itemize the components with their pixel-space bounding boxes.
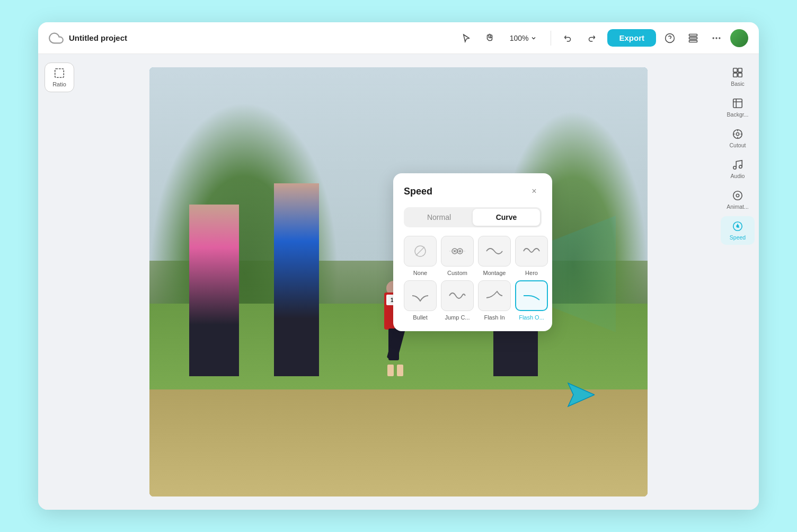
svg-rect-7 [55,69,64,78]
popup-header: Speed × [404,184,542,199]
cursor-arrow [557,380,595,412]
redo-button[interactable] [582,29,601,48]
sidebar-item-basic[interactable]: Basic [721,63,755,91]
speed-icon-bullet [404,280,437,311]
svg-rect-2 [689,37,697,39]
svg-point-4 [713,37,714,39]
speed-tab-switcher: Normal Curve [404,207,542,227]
speed-option-flash-in[interactable]: Flash In [478,280,511,321]
svg-point-5 [715,37,717,39]
sidebar-item-background[interactable]: Backgr... [721,93,755,122]
speed-label-flash-out: Flash O... [519,314,544,321]
undo-button[interactable] [559,29,578,48]
export-button[interactable]: Export [607,29,656,47]
header-divider [551,31,551,46]
speed-option-bullet[interactable]: Bullet [404,280,437,321]
svg-point-26 [733,166,737,170]
speed-label-montage: Montage [483,270,506,276]
speed-option-none[interactable]: None [404,236,437,276]
header-left: Untitled project [49,31,450,46]
svg-rect-21 [733,73,737,77]
sidebar-label-animation: Animat... [727,203,748,210]
svg-marker-17 [568,383,595,406]
speed-icon-jump-cut [441,280,474,311]
main-content: Ratio [38,54,759,510]
project-title: Untitled project [69,33,127,42]
speed-popup: Speed × Normal Curve [393,173,552,331]
help-button[interactable] [660,29,679,48]
speed-label-flash-in: Flash In [484,314,504,321]
zoom-level: 100% [510,34,529,42]
sidebar-label-background: Backgr... [727,111,749,118]
close-popup-button[interactable]: × [527,184,542,199]
speed-label-bullet: Bullet [413,314,428,321]
svg-point-31 [737,225,739,227]
sidebar-label-cutout: Cutout [730,142,746,148]
speed-label-custom: Custom [447,270,467,276]
svg-point-25 [736,132,739,136]
svg-rect-19 [733,68,737,72]
speed-option-flash-out[interactable]: Flash O... [515,280,548,321]
tab-normal[interactable]: Normal [405,209,473,226]
svg-rect-3 [689,40,697,42]
ratio-button[interactable]: Ratio [45,63,74,92]
sidebar-item-audio[interactable]: Audio [721,155,755,183]
speed-options-grid: None [404,236,542,321]
speed-icon-flash-out [515,280,548,311]
svg-line-9 [416,247,424,255]
hand-tool-button[interactable] [480,29,499,48]
speed-icon-custom [441,236,474,267]
canvas-area: 14 [81,54,716,510]
popup-title: Speed [404,186,432,197]
sidebar-item-animation[interactable]: Animat... [721,185,755,214]
sidebar-label-audio: Audio [731,173,745,179]
sidebar-item-speed[interactable]: Speed [721,216,755,245]
speed-label-jump-cut: Jump C... [445,314,470,321]
svg-rect-1 [689,34,697,36]
canvas-image: 14 [149,67,648,496]
svg-rect-22 [738,73,742,77]
speed-option-jump-cut[interactable]: Jump C... [441,280,474,321]
ratio-label: Ratio [52,81,66,87]
speed-option-hero[interactable]: Hero [515,236,548,276]
sidebar-label-speed: Speed [730,234,746,241]
sidebar-label-basic: Basic [731,81,745,87]
speed-option-custom[interactable]: Custom [441,236,474,276]
cloud-icon [49,31,64,46]
speed-icon-montage [478,236,511,267]
more-button[interactable] [707,29,726,48]
runner-blue [274,183,319,377]
speed-label-none: None [413,270,427,276]
speed-icon-flash-in [478,280,511,311]
left-sidebar: Ratio [38,54,81,510]
sidebar-item-cutout[interactable]: Cutout [721,124,755,153]
speed-icon-none [404,236,437,267]
avatar[interactable] [730,29,748,47]
speed-label-hero: Hero [525,270,538,276]
tab-curve[interactable]: Curve [473,209,540,226]
svg-point-28 [733,191,742,200]
svg-rect-20 [738,68,742,72]
select-tool-button[interactable] [457,29,476,48]
speed-icon-hero [515,236,548,267]
header: Untitled project 100% [38,22,759,54]
svg-point-6 [719,37,720,39]
svg-point-29 [736,194,739,197]
svg-rect-23 [733,99,742,108]
svg-point-27 [739,165,742,169]
runner-pink [189,205,239,376]
zoom-button[interactable]: 100% [503,31,544,46]
header-center: 100% [457,29,601,48]
right-sidebar: Basic Backgr... Cutout [716,54,759,510]
app-window: Untitled project 100% [38,22,759,510]
speed-option-montage[interactable]: Montage [478,236,511,276]
header-right: Export [607,29,748,48]
layers-button[interactable] [684,29,703,48]
